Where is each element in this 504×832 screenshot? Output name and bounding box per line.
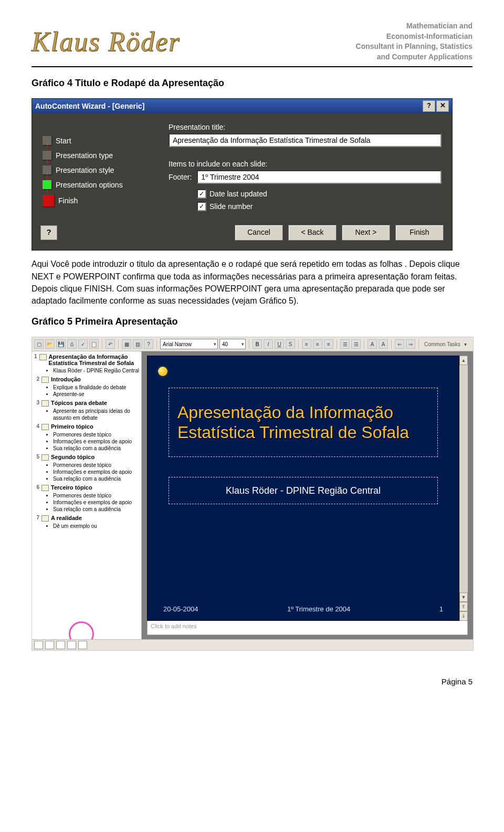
outline-slide-title[interactable]: 3Tópicos para debate: [34, 400, 139, 407]
step-box-icon: [43, 180, 51, 189]
slide-canvas[interactable]: Apresentação da Informação Estatística T…: [147, 356, 459, 621]
save-icon[interactable]: 💾: [56, 339, 66, 349]
outline-bullet[interactable]: Pormenores deste tópico: [53, 462, 139, 469]
title-label: Presentation title:: [169, 123, 442, 131]
step-label: Finish: [58, 196, 78, 205]
step-start[interactable]: Start: [43, 136, 153, 145]
checkbox-label: Slide number: [209, 202, 253, 211]
step-box-icon: [43, 136, 51, 145]
checkbox-icon: ✓: [197, 189, 206, 199]
bold-icon[interactable]: B: [253, 339, 262, 349]
next-button[interactable]: Next >: [342, 225, 390, 241]
align-center-icon[interactable]: ≡: [313, 339, 322, 349]
outline-slide-title[interactable]: 5Segundo tópico: [34, 454, 139, 461]
outline-bullet[interactable]: Sua relação com a audiência: [53, 475, 139, 482]
align-right-icon[interactable]: ≡: [324, 339, 333, 349]
items-label: Items to include on each slide:: [169, 160, 442, 168]
common-tasks-button[interactable]: Common Tasks: [424, 341, 460, 347]
step-finish[interactable]: Finish: [43, 195, 153, 206]
outline-slide-title[interactable]: 4Primeiro tópico: [34, 423, 139, 430]
slide-number-badge: 5: [34, 454, 39, 460]
new-icon[interactable]: ▢: [34, 339, 44, 349]
slide-thumb-icon: [41, 485, 49, 491]
prev-slide-icon[interactable]: ⇑: [459, 602, 468, 611]
outline-slide-title[interactable]: 1Apresentação da Informação Estatística …: [34, 353, 139, 366]
notes-input[interactable]: Click to add notes: [147, 621, 468, 635]
close-button[interactable]: ✕: [436, 100, 449, 112]
step-type[interactable]: Presentation type: [43, 151, 153, 160]
scroll-up-icon[interactable]: ▲: [459, 356, 468, 365]
shadow-icon[interactable]: S: [286, 339, 295, 349]
paste-icon[interactable]: 📋: [89, 339, 99, 349]
outline-slide-title[interactable]: 7A realidade: [34, 515, 139, 522]
slide-date: 20-05-2004: [163, 605, 198, 613]
numbering-icon[interactable]: ☰: [351, 339, 361, 349]
outline-bullets: Pormenores deste tópicoInformações e exe…: [48, 492, 139, 513]
outline-bullet[interactable]: Informações e exemplos de apoio: [53, 469, 139, 475]
header-name: Klaus Röder: [32, 26, 180, 57]
outline-bullets: Dê um exemplo ou: [48, 523, 139, 529]
step-box-icon: [43, 165, 51, 174]
scroll-down-icon[interactable]: ▼: [459, 592, 468, 602]
increase-font-icon[interactable]: A: [368, 339, 377, 349]
title-placeholder[interactable]: Apresentação da Informação Estatística T…: [169, 388, 438, 457]
next-slide-icon[interactable]: ⇓: [459, 611, 468, 621]
print-icon[interactable]: ⎙: [67, 339, 77, 349]
wizard-titlebar: AutoContent Wizard - [Generic] ? ✕: [32, 99, 452, 113]
cancel-button[interactable]: Cancel: [235, 225, 283, 241]
italic-icon[interactable]: I: [264, 339, 273, 349]
outline-slide-title[interactable]: 6Terceiro tópico: [34, 484, 139, 491]
finish-button[interactable]: Finish: [395, 225, 444, 241]
outline-bullet[interactable]: Apresente-se: [53, 391, 139, 398]
slideshow-view-icon[interactable]: [78, 641, 87, 649]
outline-bullet[interactable]: Dê um exemplo ou: [53, 523, 139, 529]
outline-bullet[interactable]: Informações e exemplos de apoio: [53, 499, 139, 506]
underline-icon[interactable]: U: [275, 339, 284, 349]
spell-icon[interactable]: ✓: [78, 339, 88, 349]
help-icon[interactable]: ?: [144, 339, 153, 349]
footer-input[interactable]: 1º Trimestre 2004: [197, 170, 442, 184]
outline-bullet[interactable]: Sua relação com a audiência: [53, 445, 139, 452]
demote-icon[interactable]: ⇒: [406, 339, 415, 349]
table-icon[interactable]: ▦: [122, 339, 131, 349]
outline-bullet[interactable]: Pormenores deste tópico: [53, 431, 139, 438]
normal-view-icon[interactable]: [34, 641, 43, 649]
outline-bullets: Apresente as principais ideias do assunt…: [48, 408, 139, 421]
outline-slide-title[interactable]: 2Introdução: [34, 376, 139, 383]
step-style[interactable]: Presentation style: [43, 165, 153, 174]
font-combo[interactable]: Arial Narrow: [160, 339, 218, 349]
outline-bullet[interactable]: Explique a finalidade do debate: [53, 384, 139, 391]
outline-bullet[interactable]: Pormenores deste tópico: [53, 492, 139, 499]
presentation-title-input[interactable]: Apresentação da Informação Estatística T…: [169, 133, 442, 147]
wizard-help-button[interactable]: ?: [40, 225, 57, 240]
promote-icon[interactable]: ⇐: [395, 339, 404, 349]
vertical-scrollbar[interactable]: ▲ ▼ ⇑ ⇓: [459, 356, 468, 621]
bullets-icon[interactable]: ☰: [340, 339, 350, 349]
align-left-icon[interactable]: ≡: [302, 339, 311, 349]
step-label: Presentation type: [56, 151, 113, 160]
slide-number: 1: [439, 605, 443, 613]
chart-icon[interactable]: ▥: [133, 339, 142, 349]
outline-bullet[interactable]: Apresente as principais ideias do assunt…: [53, 408, 139, 421]
subtitle-placeholder[interactable]: Klaus Röder - DPINE Região Central: [169, 477, 438, 504]
back-button[interactable]: < Back: [288, 225, 337, 241]
outline-bullet[interactable]: Sua relação com a audiência: [53, 506, 139, 513]
slide-subtitle: Klaus Röder - DPINE Região Central: [226, 485, 381, 496]
outline-view-icon[interactable]: [45, 641, 54, 649]
font-size-combo[interactable]: 40: [219, 339, 246, 349]
slide-view-icon[interactable]: [56, 641, 65, 649]
undo-icon[interactable]: ↶: [106, 339, 115, 349]
help-button[interactable]: ?: [423, 100, 435, 112]
sorter-view-icon[interactable]: [67, 641, 76, 649]
open-icon[interactable]: 📂: [45, 339, 55, 349]
checkbox-date[interactable]: ✓ Date last updated: [197, 189, 442, 199]
outline-panel[interactable]: 1Apresentação da Informação Estatística …: [32, 351, 142, 639]
step-options[interactable]: Presentation options: [43, 180, 153, 189]
slide-number-badge: 3: [34, 400, 39, 405]
decrease-font-icon[interactable]: A: [379, 339, 388, 349]
outline-bullet[interactable]: Informações e exemplos de apoio: [53, 438, 139, 445]
outline-title-text: Tópicos para debate: [51, 400, 107, 406]
checkbox-slide-number[interactable]: ✓ Slide number: [197, 202, 442, 211]
slide-number-badge: 7: [34, 515, 39, 521]
outline-bullet[interactable]: Klaus Röder - DPINE Região Central: [53, 367, 139, 374]
